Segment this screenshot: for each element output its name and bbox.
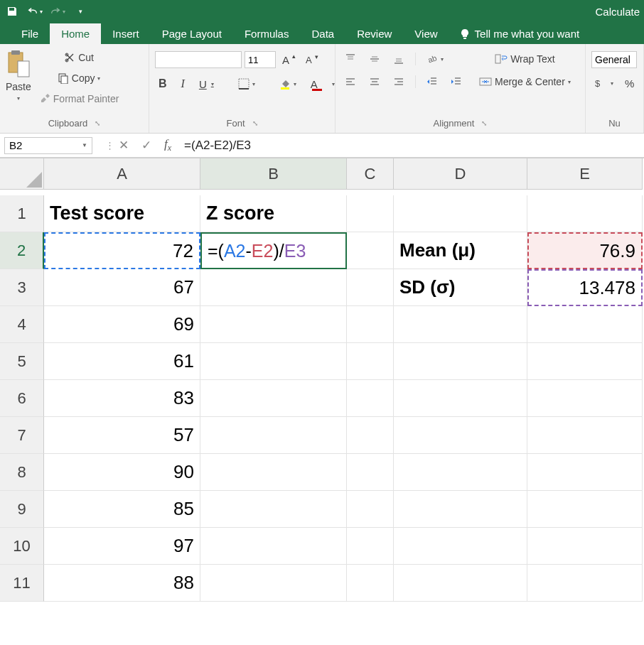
cell-E4[interactable] <box>527 306 643 343</box>
cell-C1[interactable] <box>347 195 394 232</box>
cell-D6[interactable] <box>394 380 527 417</box>
cell-D1[interactable] <box>394 195 527 232</box>
underline-button[interactable]: U▾ <box>195 76 218 92</box>
cell-E8[interactable] <box>527 454 643 491</box>
copy-button[interactable]: Copy▾ <box>36 70 123 86</box>
cell-D9[interactable] <box>394 491 527 528</box>
formula-bar-input[interactable] <box>180 137 644 154</box>
cell-A2[interactable]: 72 <box>44 232 200 269</box>
col-header-D[interactable]: D <box>394 158 527 190</box>
align-center-button[interactable] <box>365 74 384 90</box>
cell-A9[interactable]: 85 <box>44 491 200 528</box>
cell-E5[interactable] <box>527 343 643 380</box>
cell-C2[interactable] <box>347 232 394 269</box>
merge-center-button[interactable]: Merge & Center▾ <box>476 74 574 90</box>
cell-C5[interactable] <box>347 343 394 380</box>
row-header-9[interactable]: 9 <box>0 491 44 528</box>
tab-review[interactable]: Review <box>345 23 403 44</box>
cell-E1[interactable] <box>527 195 643 232</box>
qat-customize-icon[interactable]: ▾ <box>73 4 88 19</box>
cell-B6[interactable] <box>200 380 347 417</box>
cell-C11[interactable] <box>347 565 394 602</box>
orientation-button[interactable]: ab▾ <box>423 51 447 67</box>
cut-button[interactable]: Cut <box>36 50 123 65</box>
redo-icon[interactable]: ▾ <box>50 4 65 19</box>
cell-D5[interactable] <box>394 343 527 380</box>
font-dialog-launcher-icon[interactable]: ⤡ <box>252 119 258 127</box>
tab-insert[interactable]: Insert <box>101 23 151 44</box>
tab-page-layout[interactable]: Page Layout <box>151 23 233 44</box>
fill-color-button[interactable]: ▾ <box>276 76 300 92</box>
row-header-8[interactable]: 8 <box>0 454 44 491</box>
align-bottom-button[interactable] <box>390 51 408 67</box>
cell-E9[interactable] <box>527 491 643 528</box>
bold-button[interactable]: B <box>155 75 171 92</box>
cell-C6[interactable] <box>347 380 394 417</box>
cell-B3[interactable] <box>200 269 347 306</box>
cell-C9[interactable] <box>347 491 394 528</box>
align-middle-button[interactable] <box>365 51 384 67</box>
row-header-4[interactable]: 4 <box>0 306 44 343</box>
cell-B5[interactable] <box>200 343 347 380</box>
cell-E2[interactable]: 76.9 <box>527 232 643 269</box>
increase-font-button[interactable]: A▴ <box>279 52 299 68</box>
col-header-B[interactable]: B <box>200 158 347 190</box>
borders-button[interactable]: ▾ <box>235 76 259 92</box>
decrease-indent-button[interactable] <box>423 74 441 90</box>
cell-C8[interactable] <box>347 454 394 491</box>
row-header-2[interactable]: 2 <box>0 232 44 269</box>
cell-E6[interactable] <box>527 380 643 417</box>
row-header-1[interactable]: 1 <box>0 195 44 232</box>
cell-B7[interactable] <box>200 417 347 454</box>
enter-formula-button[interactable]: ✓ <box>141 138 151 153</box>
cell-D4[interactable] <box>394 306 527 343</box>
cell-D3[interactable]: SD (σ) <box>394 269 527 306</box>
decrease-font-button[interactable]: A▾ <box>302 53 322 67</box>
row-header-11[interactable]: 11 <box>0 565 44 602</box>
cell-B11[interactable] <box>200 565 347 602</box>
cell-B9[interactable] <box>200 491 347 528</box>
cancel-formula-button[interactable]: ✕ <box>119 138 129 153</box>
cell-D8[interactable] <box>394 454 527 491</box>
cell-A11[interactable]: 88 <box>44 565 200 602</box>
cell-A7[interactable]: 57 <box>44 417 200 454</box>
col-header-C[interactable]: C <box>347 158 394 190</box>
cell-B1[interactable]: Z score <box>200 195 347 232</box>
cell-E10[interactable] <box>527 528 643 565</box>
row-header-5[interactable]: 5 <box>0 343 44 380</box>
cell-D2[interactable]: Mean (μ) <box>394 232 527 269</box>
name-box[interactable]: B2▼ <box>4 137 92 154</box>
tell-me-search[interactable]: Tell me what you want <box>454 23 586 44</box>
percent-format-button[interactable]: % <box>621 75 638 92</box>
undo-icon[interactable]: ▾ <box>27 4 43 19</box>
tab-data[interactable]: Data <box>300 23 345 44</box>
cell-A8[interactable]: 90 <box>44 454 200 491</box>
cell-D11[interactable] <box>394 565 527 602</box>
tab-home[interactable]: Home <box>50 23 101 44</box>
format-painter-button[interactable]: Format Painter <box>36 91 123 107</box>
accounting-format-button[interactable]: $▾ <box>591 76 617 92</box>
cell-C3[interactable] <box>347 269 394 306</box>
cell-B8[interactable] <box>200 454 347 491</box>
wrap-text-button[interactable]: Wrap Text <box>476 51 574 67</box>
cell-B10[interactable] <box>200 528 347 565</box>
align-top-button[interactable] <box>341 51 360 67</box>
alignment-dialog-launcher-icon[interactable]: ⤡ <box>481 119 487 127</box>
row-header-3[interactable]: 3 <box>0 269 44 306</box>
increase-indent-button[interactable] <box>447 74 466 90</box>
cell-C7[interactable] <box>347 417 394 454</box>
font-size-input[interactable] <box>245 51 276 68</box>
select-all-corner[interactable] <box>0 158 44 190</box>
cell-A10[interactable]: 97 <box>44 528 200 565</box>
row-header-6[interactable]: 6 <box>0 380 44 417</box>
tab-formulas[interactable]: Formulas <box>233 23 301 44</box>
cell-E3[interactable]: 13.478 <box>527 269 643 306</box>
col-header-E[interactable]: E <box>527 158 643 190</box>
tab-file[interactable]: File <box>10 23 50 44</box>
italic-button[interactable]: I <box>178 75 188 92</box>
paste-button[interactable]: Paste ▾ <box>6 47 31 116</box>
cell-C10[interactable] <box>347 528 394 565</box>
cell-B2[interactable]: =(A2-E2)/E3 <box>200 232 347 269</box>
font-name-input[interactable] <box>155 51 242 68</box>
number-format-select[interactable] <box>591 51 637 68</box>
